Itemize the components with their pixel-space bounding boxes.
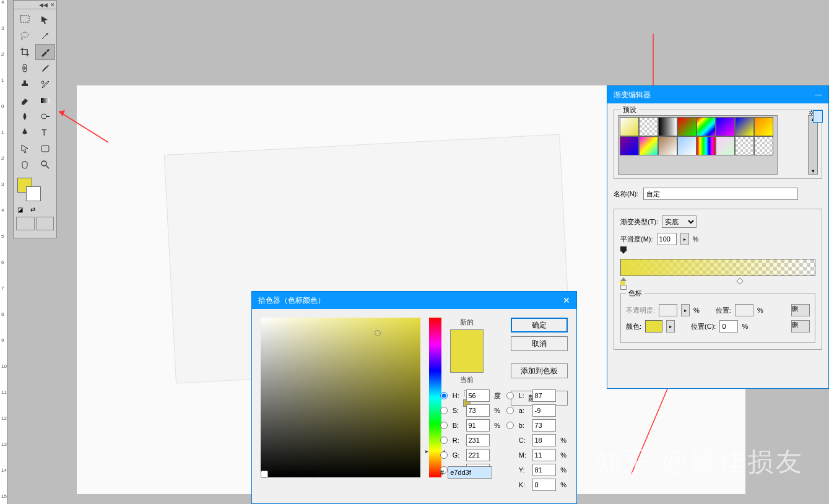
hex-input[interactable] [448, 466, 492, 479]
stop-color-chip[interactable] [645, 320, 662, 332]
svg-point-1 [21, 32, 28, 37]
svg-point-9 [41, 161, 46, 166]
r-input[interactable] [466, 434, 490, 446]
y-input[interactable] [532, 464, 556, 476]
magic-wand-tool[interactable] [35, 28, 55, 44]
preset-swatch[interactable] [677, 136, 697, 155]
g-radio[interactable] [440, 451, 448, 459]
type-tool[interactable]: T [35, 124, 55, 141]
ok-button[interactable]: 确定 [511, 318, 568, 332]
smoothness-stepper[interactable]: ▸ [680, 233, 689, 245]
color-stop-left[interactable] [620, 277, 627, 285]
palette-header[interactable]: ◀◀ ✕ [14, 1, 56, 9]
r-radio[interactable] [440, 437, 448, 444]
midpoint-diamond[interactable] [736, 277, 743, 284]
eyedropper-tool[interactable] [35, 44, 55, 60]
preset-scrollbar[interactable]: ▴▾ [808, 115, 818, 175]
color-dropdown[interactable]: ▸ [666, 320, 675, 332]
screen-mode-button[interactable] [36, 217, 54, 230]
lab-b-input[interactable] [532, 419, 556, 432]
gradient-tool[interactable] [35, 92, 55, 108]
crop-tool[interactable] [15, 44, 35, 60]
preset-swatch[interactable] [754, 117, 773, 136]
collapse-icon[interactable]: ◀◀ [39, 2, 48, 8]
color-field[interactable] [261, 318, 420, 477]
healing-tool[interactable] [15, 60, 35, 76]
close-icon[interactable]: ✕ [50, 2, 55, 8]
preset-swatch[interactable] [677, 117, 697, 136]
preset-swatch[interactable] [697, 136, 716, 155]
preset-swatch[interactable] [697, 117, 716, 136]
a-input[interactable] [532, 404, 556, 417]
hue-pointer-left[interactable]: ▸ [425, 448, 428, 454]
default-colors-icon[interactable]: ◪ [17, 206, 23, 213]
shape-tool[interactable] [35, 141, 55, 157]
color-location-input[interactable] [719, 320, 738, 332]
gradient-bar[interactable] [620, 250, 815, 285]
quick-mask-button[interactable] [16, 217, 35, 230]
side-button[interactable] [813, 110, 823, 123]
move-tool[interactable] [35, 12, 55, 28]
lab-b-radio[interactable] [506, 422, 514, 429]
preset-swatch[interactable] [639, 136, 658, 155]
minimize-icon[interactable]: — [815, 90, 822, 99]
cancel-button[interactable]: 取消 [511, 336, 568, 351]
delete-opacity-stop-button[interactable]: 删 [791, 304, 810, 316]
preset-swatch[interactable] [658, 117, 677, 136]
stamp-tool[interactable] [15, 76, 35, 92]
add-swatch-button[interactable]: 添加到色板 [511, 363, 568, 378]
gradient-titlebar[interactable]: 渐变编辑器 — [607, 86, 828, 103]
preset-swatch[interactable] [620, 136, 639, 155]
bv-input[interactable] [466, 419, 490, 432]
web-only-checkbox[interactable] [261, 471, 268, 478]
preset-swatch[interactable] [754, 136, 773, 155]
bv-radio[interactable] [440, 422, 448, 429]
opacity-label: 不透明度: [626, 306, 655, 315]
preset-swatch[interactable] [716, 136, 735, 155]
zoom-tool[interactable] [35, 157, 55, 173]
k-input[interactable] [532, 479, 556, 491]
gradient-name-input[interactable] [643, 188, 798, 200]
preset-swatch[interactable] [735, 136, 754, 155]
a-radio[interactable] [506, 407, 514, 414]
svg-text:T: T [41, 128, 47, 137]
brush-tool[interactable] [35, 60, 55, 76]
blur-tool[interactable] [15, 108, 35, 124]
location-c-label: 位置(C): [691, 322, 716, 331]
eraser-tool[interactable] [15, 92, 35, 108]
gradient-type-select[interactable]: 实底 [662, 215, 697, 228]
opacity-stop-left[interactable] [620, 250, 627, 258]
preset-grid [618, 115, 778, 175]
lasso-tool[interactable] [15, 28, 35, 44]
current-color-swatch [451, 351, 483, 372]
hue-slider[interactable]: ▸ ◂ [429, 318, 441, 477]
l-input[interactable] [532, 389, 556, 402]
swap-colors-icon[interactable]: ⇄ [30, 206, 35, 213]
s-radio[interactable] [440, 407, 448, 414]
s-input[interactable] [466, 404, 490, 417]
smoothness-input[interactable] [657, 233, 677, 245]
pen-tool[interactable] [15, 124, 35, 141]
l-radio[interactable] [506, 392, 514, 399]
color-cursor[interactable] [375, 330, 381, 336]
dodge-tool[interactable] [35, 108, 55, 124]
hand-tool[interactable] [15, 157, 35, 173]
preset-swatch[interactable] [735, 117, 754, 136]
m-input[interactable] [532, 449, 556, 461]
color-picker-titlebar[interactable]: 拾色器（色标颜色） ✕ [252, 292, 576, 309]
close-icon[interactable]: ✕ [563, 295, 570, 305]
preset-swatch[interactable] [620, 117, 639, 136]
delete-color-stop-button[interactable]: 删 [791, 320, 810, 332]
g-input[interactable] [466, 449, 490, 461]
preset-swatch[interactable] [658, 136, 677, 155]
color-swatches[interactable] [16, 178, 54, 202]
preset-swatch[interactable] [639, 117, 658, 136]
h-radio[interactable] [440, 392, 448, 399]
path-select-tool[interactable] [15, 141, 35, 157]
preset-swatch[interactable] [716, 117, 735, 136]
h-input[interactable] [466, 389, 490, 402]
history-brush-tool[interactable] [35, 76, 55, 92]
background-color-swatch[interactable] [26, 186, 41, 201]
marquee-tool[interactable] [15, 12, 35, 28]
c-input[interactable] [532, 434, 556, 446]
